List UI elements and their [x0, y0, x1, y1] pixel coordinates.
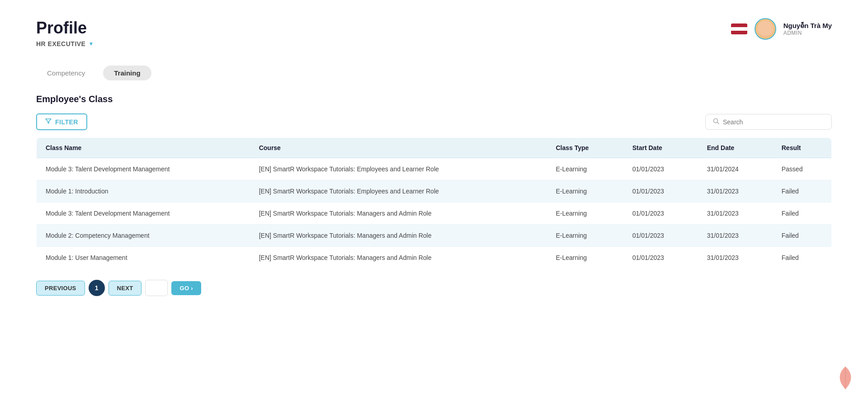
cell-course: [EN] SmartR Workspace Tutorials: Employe… — [250, 158, 547, 180]
cell-start_date: 01/01/2023 — [623, 247, 698, 269]
search-box — [705, 114, 832, 130]
header-left: Profile HR EXECUTIVE ▼ — [36, 18, 94, 47]
cell-end_date: 31/01/2023 — [698, 202, 773, 225]
table-header-row: Class Name Course Class Type Start Date … — [37, 138, 832, 158]
section-title: Employee's Class — [36, 94, 832, 104]
cell-class_type: E-Learning — [547, 247, 623, 269]
col-end-date: End Date — [698, 138, 773, 158]
cell-end_date: 31/01/2023 — [698, 180, 773, 202]
header-right: Nguyễn Trà My ADMIN — [731, 18, 832, 40]
cell-result: Failed — [773, 225, 832, 247]
col-result: Result — [773, 138, 832, 158]
tab-training[interactable]: Training — [103, 66, 151, 80]
cell-class_name: Module 2: Competency Management — [37, 225, 250, 247]
avatar[interactable] — [755, 18, 776, 40]
user-info: Nguyễn Trà My ADMIN — [783, 22, 832, 36]
cell-result: Passed — [773, 158, 832, 180]
flag-us-icon[interactable] — [731, 24, 747, 34]
cell-start_date: 01/01/2023 — [623, 180, 698, 202]
go-label: GO — [179, 285, 189, 292]
cell-result: Failed — [773, 202, 832, 225]
cell-start_date: 01/01/2023 — [623, 158, 698, 180]
col-class-name: Class Name — [37, 138, 250, 158]
previous-button[interactable]: PREVIOUS — [36, 281, 85, 296]
table-row: Module 2: Competency Management[EN] Smar… — [37, 225, 832, 247]
cell-class_name: Module 1: Introduction — [37, 180, 250, 202]
go-button[interactable]: GO › — [171, 281, 201, 295]
cell-start_date: 01/01/2023 — [623, 225, 698, 247]
cell-result: Failed — [773, 180, 832, 202]
leaf-decoration — [836, 364, 854, 391]
table-row: Module 3: Talent Development Management[… — [37, 202, 832, 225]
user-name: Nguyễn Trà My — [783, 22, 832, 30]
search-icon — [713, 118, 719, 126]
cell-class_name: Module 3: Talent Development Management — [37, 202, 250, 225]
filter-label: FILTER — [55, 118, 78, 126]
filter-icon — [45, 118, 52, 126]
cell-class_type: E-Learning — [547, 158, 623, 180]
cell-start_date: 01/01/2023 — [623, 202, 698, 225]
page-title: Profile — [36, 18, 94, 38]
user-role: ADMIN — [783, 30, 832, 36]
cell-class_type: E-Learning — [547, 225, 623, 247]
pagination: PREVIOUS 1 NEXT GO › — [36, 280, 832, 296]
cell-course: [EN] SmartR Workspace Tutorials: Manager… — [250, 225, 547, 247]
cell-class_name: Module 1: User Management — [37, 247, 250, 269]
page-goto-input[interactable] — [145, 280, 168, 296]
filter-button[interactable]: FILTER — [36, 113, 87, 130]
role-label: HR EXECUTIVE — [36, 40, 85, 47]
cell-result: Failed — [773, 247, 832, 269]
col-course: Course — [250, 138, 547, 158]
cell-class_type: E-Learning — [547, 202, 623, 225]
cell-class_type: E-Learning — [547, 180, 623, 202]
tab-competency[interactable]: Competency — [36, 66, 96, 80]
cell-end_date: 31/01/2024 — [698, 158, 773, 180]
col-class-type: Class Type — [547, 138, 623, 158]
tabs: Competency Training — [36, 66, 832, 80]
role-selector[interactable]: HR EXECUTIVE ▼ — [36, 40, 94, 47]
cell-end_date: 31/01/2023 — [698, 225, 773, 247]
svg-line-1 — [717, 122, 719, 124]
table-row: Module 1: User Management[EN] SmartR Wor… — [37, 247, 832, 269]
table-row: Module 1: Introduction[EN] SmartR Worksp… — [37, 180, 832, 202]
cell-end_date: 31/01/2023 — [698, 247, 773, 269]
employee-class-table: Class Name Course Class Type Start Date … — [36, 137, 832, 269]
toolbar: FILTER — [36, 113, 832, 130]
col-start-date: Start Date — [623, 138, 698, 158]
go-arrow-icon: › — [191, 285, 193, 292]
header: Profile HR EXECUTIVE ▼ Nguyễn Trà My ADM… — [36, 18, 832, 47]
cell-class_name: Module 3: Talent Development Management — [37, 158, 250, 180]
cell-course: [EN] SmartR Workspace Tutorials: Employe… — [250, 180, 547, 202]
cell-course: [EN] SmartR Workspace Tutorials: Manager… — [250, 202, 547, 225]
chevron-down-icon: ▼ — [88, 41, 94, 47]
search-input[interactable] — [723, 118, 824, 126]
cell-course: [EN] SmartR Workspace Tutorials: Manager… — [250, 247, 547, 269]
next-button[interactable]: NEXT — [108, 281, 142, 296]
page-number-1[interactable]: 1 — [89, 280, 105, 296]
table-row: Module 3: Talent Development Management[… — [37, 158, 832, 180]
